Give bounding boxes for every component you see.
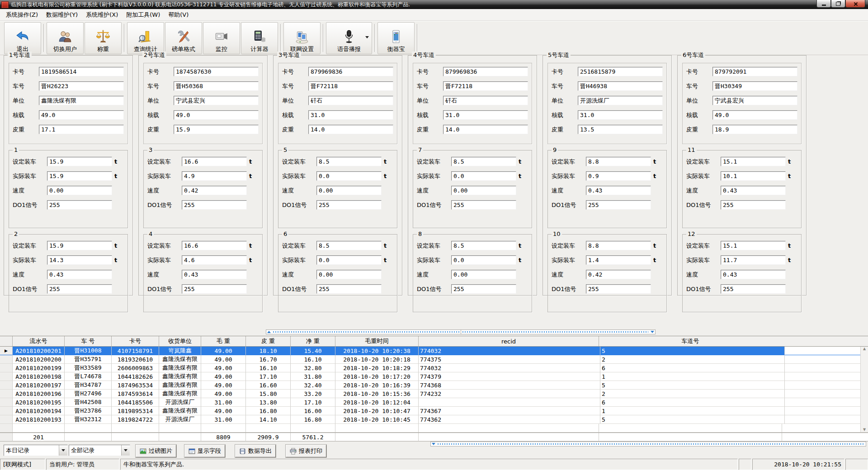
table-row[interactable]: A201810200197 晋H34787 1874963534 鑫隆洗煤有限 …: [0, 381, 868, 390]
truck-no-field[interactable]: [578, 81, 663, 91]
set-load-field[interactable]: [721, 241, 786, 250]
speed-field[interactable]: [182, 186, 247, 195]
tare-field[interactable]: [174, 125, 259, 134]
truck-no-field[interactable]: [712, 81, 797, 91]
do1-signal-field[interactable]: [451, 200, 516, 210]
speed-field[interactable]: [451, 270, 516, 279]
weigh-button[interactable]: 称重: [85, 22, 122, 54]
card-no-field[interactable]: [712, 67, 797, 76]
unit-field[interactable]: [712, 96, 797, 105]
capacity-field[interactable]: [174, 110, 259, 120]
col-truck[interactable]: 车 号: [65, 336, 112, 346]
set-load-field[interactable]: [47, 157, 112, 166]
capacity-field[interactable]: [39, 110, 124, 120]
card-no-field[interactable]: [578, 67, 663, 76]
voice-broadcast-button[interactable]: 语音播报: [326, 22, 372, 54]
speed-field[interactable]: [47, 186, 112, 195]
card-no-field[interactable]: [174, 67, 259, 76]
network-settings-button[interactable]: 联网设置: [283, 22, 321, 54]
unit-field[interactable]: [443, 96, 528, 105]
show-fields-button[interactable]: 显示字段: [184, 445, 225, 457]
actual-load-field[interactable]: [182, 171, 247, 181]
table-row[interactable]: A201810200200 晋H35791 1819320610 鑫隆洗煤有限 …: [0, 355, 868, 364]
menu-help[interactable]: 帮助(V): [164, 10, 193, 20]
do1-signal-field[interactable]: [586, 200, 651, 210]
table-row[interactable]: A201810200199 晋H33589 2606009863 鑫隆洗煤有限 …: [0, 364, 868, 372]
menu-system-maintain[interactable]: 系统维护(X): [82, 10, 122, 20]
do1-signal-field[interactable]: [721, 200, 786, 210]
set-load-field[interactable]: [182, 241, 247, 250]
truck-no-field[interactable]: [443, 81, 528, 91]
report-print-button[interactable]: 报表打印: [286, 445, 326, 457]
col-gross[interactable]: 毛 重: [201, 336, 246, 346]
tare-field[interactable]: [39, 125, 124, 134]
table-row[interactable]: A201810200198 晋L74678 1044182626 鑫隆洗煤有限 …: [0, 372, 868, 381]
data-export-button[interactable]: 数据导出: [235, 445, 276, 457]
menu-extra-tools[interactable]: 附加工具(W): [122, 10, 164, 20]
capacity-field[interactable]: [443, 110, 528, 120]
actual-load-field[interactable]: [316, 255, 382, 265]
do1-signal-field[interactable]: [316, 200, 382, 210]
set-load-field[interactable]: [316, 241, 382, 250]
do1-signal-field[interactable]: [316, 284, 382, 294]
actual-load-field[interactable]: [451, 171, 516, 181]
table-row[interactable]: A201810200201 晋H31008 4107158791 岢岚隆鑫 49…: [0, 347, 868, 355]
col-gross-time[interactable]: 毛重时间: [335, 336, 419, 346]
card-no-field[interactable]: [443, 67, 528, 76]
calculator-button[interactable]: 计算器: [241, 22, 278, 54]
hengqibao-button[interactable]: 衡器宝: [377, 22, 415, 54]
do1-signal-field[interactable]: [47, 200, 112, 210]
speed-field[interactable]: [586, 270, 651, 279]
dropdown-button[interactable]: [59, 445, 67, 456]
actual-load-field[interactable]: [586, 255, 651, 265]
col-tare[interactable]: 皮 重: [246, 336, 291, 346]
query-stats-button[interactable]: 查询统计: [127, 22, 164, 54]
do1-signal-field[interactable]: [586, 284, 651, 294]
truck-no-field[interactable]: [174, 81, 259, 91]
table-row[interactable]: A201810200194 晋H23786 1819895314 鑫隆洗煤有限 …: [0, 407, 868, 415]
do1-signal-field[interactable]: [451, 284, 516, 294]
close-button[interactable]: [845, 0, 865, 8]
col-net[interactable]: 净 重: [291, 336, 335, 346]
speed-field[interactable]: [451, 186, 516, 195]
set-load-field[interactable]: [451, 241, 516, 250]
truck-no-field[interactable]: [39, 81, 124, 91]
speed-field[interactable]: [182, 270, 247, 279]
col-lane-no[interactable]: 车道号: [599, 336, 782, 346]
speed-field[interactable]: [586, 186, 651, 195]
set-load-field[interactable]: [586, 157, 651, 166]
actual-load-field[interactable]: [47, 171, 112, 181]
unit-field[interactable]: [578, 96, 663, 105]
speed-field[interactable]: [316, 270, 382, 279]
actual-load-field[interactable]: [721, 171, 786, 181]
grid-vertical-scrollbar[interactable]: ▲ ▼: [860, 347, 868, 432]
table-row[interactable]: A201810200196 晋H27496 1874593614 鑫隆洗煤有限 …: [0, 390, 868, 398]
exit-button[interactable]: 退出: [4, 22, 41, 54]
actual-load-field[interactable]: [47, 255, 112, 265]
actual-load-field[interactable]: [451, 255, 516, 265]
switch-user-button[interactable]: 切换用户: [47, 22, 84, 54]
set-load-field[interactable]: [182, 157, 247, 166]
table-row[interactable]: A201810200195 晋H42508 1044185506 开源洗煤厂 3…: [0, 398, 868, 407]
capacity-field[interactable]: [578, 110, 663, 120]
dropdown-button[interactable]: [121, 445, 130, 456]
set-load-field[interactable]: [586, 241, 651, 250]
actual-load-field[interactable]: [586, 171, 651, 181]
capacity-field[interactable]: [308, 110, 393, 120]
set-load-field[interactable]: [451, 157, 516, 166]
speed-field[interactable]: [47, 270, 112, 279]
minimize-button[interactable]: [816, 0, 831, 8]
monitor-button[interactable]: 监控: [203, 22, 240, 54]
unit-field[interactable]: [39, 96, 124, 105]
menu-data-maintain[interactable]: 数据维护(Y): [42, 10, 82, 20]
tare-field[interactable]: [308, 125, 393, 134]
table-row[interactable]: A201810200193 晋H32312 1819824722 开源洗煤厂 3…: [0, 415, 868, 424]
speed-field[interactable]: [721, 186, 786, 195]
tare-field[interactable]: [443, 125, 528, 134]
do1-signal-field[interactable]: [182, 284, 247, 294]
record-range-select[interactable]: 本日记录: [4, 445, 68, 456]
speed-field[interactable]: [316, 186, 382, 195]
menu-system-operate[interactable]: 系统操作(Z): [2, 10, 42, 20]
col-recid[interactable]: recid: [419, 336, 599, 346]
do1-signal-field[interactable]: [721, 284, 786, 294]
